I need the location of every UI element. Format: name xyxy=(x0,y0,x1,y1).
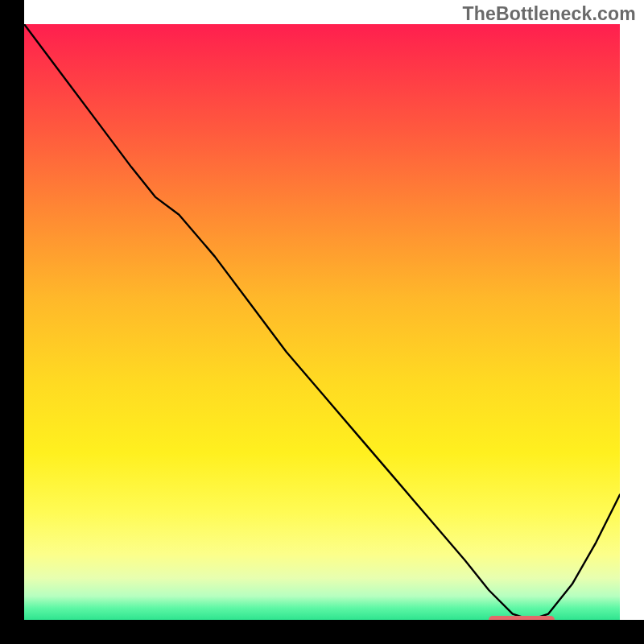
watermark-text: TheBottleneck.com xyxy=(462,3,636,25)
axis-frame-bottom xyxy=(0,620,644,644)
chart-container: TheBottleneck.com xyxy=(0,0,644,644)
bottleneck-curve xyxy=(24,24,620,620)
plot-area xyxy=(24,24,620,620)
axis-frame-left xyxy=(0,0,24,644)
